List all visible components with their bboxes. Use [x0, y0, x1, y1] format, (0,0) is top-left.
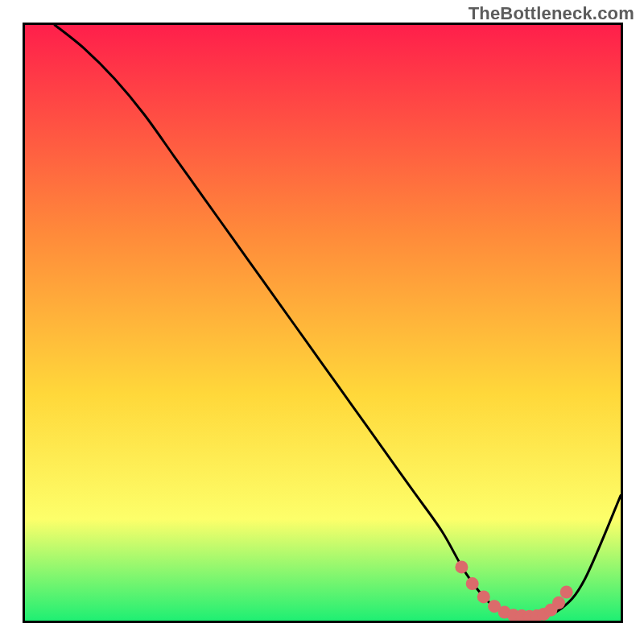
valley-dot — [552, 597, 565, 609]
chart-frame — [23, 23, 623, 623]
watermark-label: TheBottleneck.com — [469, 3, 634, 24]
valley-dot — [477, 590, 490, 603]
bottleneck-chart — [25, 25, 621, 621]
valley-dot — [455, 560, 468, 573]
stage: TheBottleneck.com — [0, 0, 644, 644]
gradient-background — [25, 25, 621, 621]
valley-dot — [560, 586, 573, 599]
valley-dot — [466, 577, 479, 590]
